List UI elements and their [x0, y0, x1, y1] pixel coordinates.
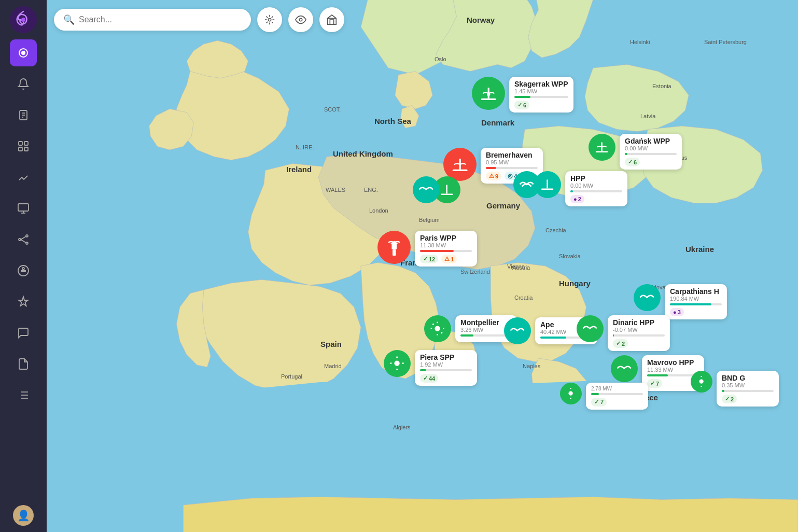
- mavrovo-name: Mavrovo HPP: [647, 358, 699, 367]
- wind-filter-button[interactable]: [257, 7, 282, 32]
- svg-point-1: [21, 18, 25, 22]
- sidebar-item-connections[interactable]: [10, 226, 37, 253]
- skagerrak-marker[interactable]: Skagerrak WPP 1.45 MW ✓ 6: [472, 77, 573, 113]
- gdansk-icon: [589, 134, 615, 161]
- svg-point-47: [395, 361, 400, 366]
- skagerrak-icon: [472, 77, 505, 110]
- svg-rect-30: [481, 99, 496, 100]
- sidebar-item-notifications[interactable]: [10, 71, 37, 97]
- bnd-icon: [691, 371, 712, 393]
- sidebar-item-list[interactable]: [10, 382, 37, 409]
- sidebar-item-assets[interactable]: [10, 133, 37, 160]
- svg-point-52: [699, 380, 704, 384]
- svg-point-40: [435, 326, 440, 331]
- svg-rect-35: [453, 170, 468, 171]
- paris-icon: [377, 231, 411, 264]
- dinaric-name: Dinaric HPP: [613, 318, 665, 327]
- gdansk-marker[interactable]: Gdańsk WPP 0.00 MW ✓ 6: [589, 134, 682, 170]
- app-logo[interactable]: [10, 6, 37, 33]
- svg-rect-8: [19, 142, 22, 145]
- skagerrak-stat: ✓ 6: [514, 101, 529, 109]
- hpp-icon1: [513, 171, 540, 198]
- svg-point-57: [569, 391, 573, 396]
- sidebar-item-sparkle[interactable]: [10, 288, 37, 315]
- svg-point-26: [268, 18, 271, 21]
- piera-name: Piera SPP: [420, 353, 472, 361]
- skagerrak-info: Skagerrak WPP 1.45 MW ✓ 6: [509, 77, 573, 113]
- monitoring-filter-button[interactable]: [288, 7, 313, 32]
- main-content: 🔍: [47, 0, 798, 532]
- carpathians-mw: 190.84 MW: [670, 296, 722, 302]
- sidebar-item-analytics[interactable]: [10, 164, 37, 191]
- svg-line-18: [21, 236, 26, 240]
- hpp-name: HPP: [570, 174, 622, 183]
- svg-point-2: [21, 51, 25, 55]
- paris-stat1: ✓ 12: [420, 255, 438, 263]
- topbar: 🔍: [54, 7, 344, 32]
- bnd-marker[interactable]: BND G 0.35 MW ✓ 2: [691, 371, 779, 407]
- svg-point-27: [299, 18, 302, 21]
- dinaric-info: Dinaric HPP -0.07 MW ✓ 2: [608, 315, 670, 351]
- svg-rect-38: [547, 180, 549, 189]
- italy-marker[interactable]: 2.78 MW ✓ 7: [560, 383, 648, 410]
- skagerrak-mw: 1.45 MW: [514, 88, 568, 94]
- svg-rect-10: [19, 147, 22, 151]
- hpp-info: HPP 0.00 MW ● 2: [565, 171, 627, 206]
- carpathians-stat: ● 3: [670, 308, 684, 316]
- bnd-name: BND G: [722, 374, 774, 382]
- sidebar-item-messages[interactable]: [10, 319, 37, 346]
- svg-line-45: [433, 324, 434, 325]
- svg-rect-56: [446, 185, 448, 194]
- bnd-info: BND G 0.35 MW ✓ 2: [717, 371, 779, 407]
- sidebar-item-reports[interactable]: [10, 102, 37, 129]
- svg-rect-39: [393, 249, 396, 256]
- bremerhaven-stat1: ⚠ 9: [486, 172, 501, 180]
- piera-stat: ✓ 44: [420, 374, 438, 383]
- search-icon: 🔍: [63, 14, 75, 25]
- bnd-stat: ✓ 2: [722, 395, 737, 403]
- dinaric-stat: ✓ 2: [613, 339, 628, 348]
- map-container[interactable]: Norway Oslo Stockholm Helsinki Saint Pet…: [47, 0, 798, 532]
- sidebar-item-dashboard[interactable]: [10, 39, 37, 66]
- user-avatar[interactable]: 👤: [13, 505, 34, 526]
- carpathians-icon: [634, 284, 661, 311]
- piera-mw: 1.92 MW: [420, 361, 472, 368]
- svg-point-15: [19, 239, 21, 241]
- gdansk-name: Gdańsk WPP: [625, 137, 677, 145]
- hpp-stat: ● 2: [570, 195, 584, 203]
- apennine-icon: [504, 317, 531, 344]
- italy-info: 2.78 MW ✓ 7: [586, 383, 648, 410]
- dinaric-marker[interactable]: Dinaric HPP -0.07 MW ✓ 2: [577, 315, 670, 351]
- montpellier-marker[interactable]: Montpellier 3.26 MW: [424, 315, 517, 342]
- building-filter-button[interactable]: [319, 7, 344, 32]
- italy-stat: ✓ 7: [591, 398, 607, 407]
- svg-point-16: [26, 235, 28, 237]
- mavrovo-stat: ✓ 7: [647, 379, 662, 388]
- svg-rect-28: [328, 18, 337, 24]
- mavrovo-icon: [611, 355, 638, 382]
- sidebar-item-ai[interactable]: [10, 257, 37, 284]
- carpathians-marker[interactable]: Carpathians H 190.84 MW ● 3: [634, 284, 727, 319]
- paris-mw: 11.38 MW: [420, 242, 472, 248]
- hpp-marker[interactable]: HPP 0.00 MW ● 2: [513, 171, 627, 206]
- paris-marker[interactable]: Paris WPP 11.38 MW ✓ 12 ⚠ 1: [377, 231, 477, 267]
- skagerrak-name: Skagerrak WPP: [514, 80, 568, 88]
- gdansk-mw: 0.00 MW: [625, 145, 677, 151]
- dinaric-mw: -0.07 MW: [613, 327, 665, 333]
- sidebar: 👤: [0, 0, 47, 532]
- sidebar-item-presentations[interactable]: [10, 195, 37, 222]
- search-input[interactable]: [79, 15, 242, 24]
- nl-marker[interactable]: [413, 176, 460, 203]
- sidebar-item-documents[interactable]: [10, 351, 37, 377]
- svg-point-17: [26, 242, 28, 244]
- svg-rect-12: [18, 204, 29, 211]
- gdansk-stat: ✓ 6: [625, 158, 640, 166]
- svg-rect-11: [24, 147, 28, 151]
- bnd-mw: 0.35 MW: [722, 382, 774, 388]
- italy-icon: [560, 383, 582, 404]
- carpathians-name: Carpathians H: [670, 287, 722, 296]
- piera-icon: [384, 350, 411, 377]
- dinaric-icon: [577, 315, 604, 342]
- piera-marker[interactable]: Piera SPP 1.92 MW ✓ 44: [384, 350, 477, 386]
- svg-rect-55: [441, 194, 453, 195]
